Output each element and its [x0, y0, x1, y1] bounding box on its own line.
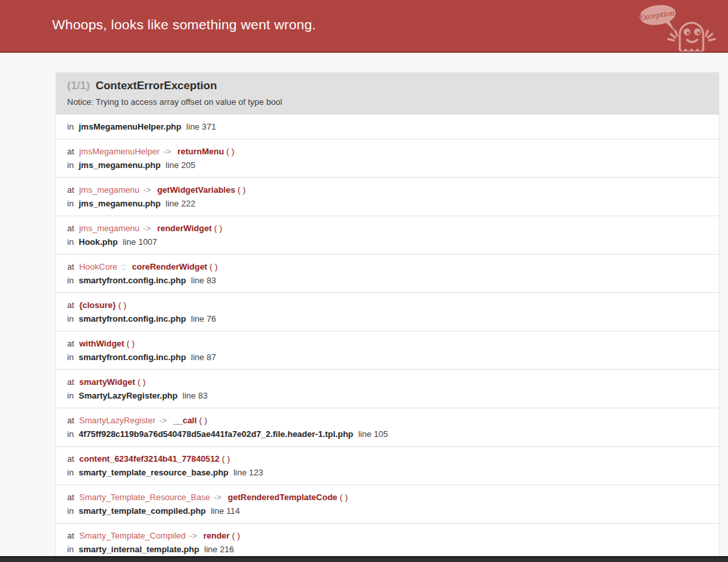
exception-ghost-mascot-icon: Exception! — [637, 2, 716, 54]
trace-location-line: in jms_megamenu.php line 222 — [67, 197, 708, 210]
trace-location-prefix: in — [67, 275, 74, 285]
trace-file: smartyfront.config.inc.php — [79, 352, 186, 362]
trace-location-line: in smarty_internal_template.php line 216 — [67, 542, 708, 556]
trace-call-line: at jmsMegamenuHelper -> returnMenu ( ) — [67, 145, 708, 158]
trace-location-line: in smarty_template_resource_base.php lin… — [67, 466, 708, 479]
exception-counter: (1/1) — [67, 79, 90, 92]
trace-call-line: at jms_megamenu -> renderWidget ( ) — [67, 221, 708, 235]
trace-location-line: in smarty_template_compiled.php line 114 — [67, 504, 708, 518]
trace-separator: -> — [143, 185, 151, 195]
trace-row: at withWidget ( ) in smartyfront.config.… — [56, 331, 719, 370]
trace-args: ( ) — [340, 492, 347, 502]
trace-class: HookCore — [79, 262, 117, 272]
trace-row: at {closure} ( ) in smartyfront.config.i… — [56, 293, 719, 331]
exception-message: Notice: Trying to access array offset on… — [67, 97, 708, 107]
trace-file: SmartyLazyRegister.php — [79, 391, 178, 400]
trace-row: at HookCore :: coreRenderWidget ( ) in s… — [56, 255, 719, 293]
trace-separator: :: — [121, 262, 126, 272]
trace-method: returnMenu — [177, 147, 224, 156]
trace-method: content_6234fef3214b41_77840512 — [79, 454, 219, 464]
trace-location-prefix: in — [67, 352, 74, 362]
trace-location-prefix: in — [67, 544, 74, 554]
trace-location-line: in 4f75ff928c119b9a76d540478d5ae441fa7e0… — [67, 427, 708, 441]
trace-line-number: line 216 — [204, 544, 234, 554]
trace-call-prefix: at — [67, 454, 74, 464]
trace-location-prefix: in — [67, 160, 74, 170]
trace-args: ( ) — [199, 415, 207, 425]
trace-file: smarty_template_resource_base.php — [79, 468, 229, 477]
error-banner: Whoops, looks like something went wrong.… — [0, 0, 728, 53]
trace-row: at jms_megamenu -> renderWidget ( ) in H… — [56, 216, 719, 255]
trace-row: at content_6234fef3214b41_77840512 ( ) i… — [56, 447, 719, 485]
trace-args: ( ) — [238, 185, 246, 195]
ghost-eyes — [684, 29, 701, 35]
trace-line-number: line 76 — [191, 314, 216, 324]
trace-args: ( ) — [214, 223, 222, 233]
trace-row: in jmsMegamenuHelper.php line 371 — [56, 115, 719, 139]
trace-file: smarty_internal_template.php — [79, 544, 199, 554]
speech-bubble-tail — [665, 21, 675, 32]
trace-class: jmsMegamenuHelper — [79, 147, 160, 156]
trace-line-number: line 87 — [191, 352, 216, 362]
trace-row: at jmsMegamenuHelper -> returnMenu ( ) i… — [56, 139, 719, 178]
trace-row: at jms_megamenu -> getWidgetVariables ( … — [56, 178, 719, 216]
trace-args: ( ) — [226, 147, 234, 156]
trace-location-line: in smartyfront.config.inc.php line 87 — [67, 350, 708, 364]
trace-call-line: at Smarty_Template_Compiled -> render ( … — [67, 529, 708, 542]
trace-location-prefix: in — [67, 429, 74, 439]
trace-line-number: line 205 — [166, 160, 196, 170]
trace-call-prefix: at — [67, 300, 74, 310]
trace-location-prefix: in — [67, 199, 74, 208]
trace-method: renderWidget — [157, 223, 212, 233]
trace-method: getRenderedTemplateCode — [228, 492, 338, 502]
trace-location-line: in Hook.php line 1007 — [67, 235, 708, 249]
trace-class: SmartyLazyRegister — [79, 415, 155, 425]
trace-call-prefix: at — [67, 223, 74, 233]
trace-location-prefix: in — [67, 314, 74, 324]
trace-call-prefix: at — [67, 415, 74, 425]
trace-separator: -> — [143, 223, 151, 233]
trace-row: at SmartyLazyRegister -> __call ( ) in 4… — [56, 408, 719, 447]
trace-call-prefix: at — [67, 339, 74, 348]
trace-file: Hook.php — [79, 237, 118, 247]
trace-line-number: line 371 — [186, 122, 216, 132]
trace-line-number: line 83 — [191, 275, 216, 285]
trace-call-line: at content_6234fef3214b41_77840512 ( ) — [67, 452, 708, 466]
exception-panel: (1/1) ContextErrorException Notice: Tryi… — [55, 72, 720, 562]
exception-title: (1/1) ContextErrorException — [67, 79, 708, 92]
trace-separator: -> — [164, 147, 171, 156]
trace-method: smartyWidget — [79, 377, 135, 387]
trace-file: smarty_template_compiled.php — [79, 506, 206, 516]
trace-method: coreRenderWidget — [132, 262, 207, 272]
trace-class: Smarty_Template_Compiled — [79, 531, 185, 541]
trace-call-line: at HookCore :: coreRenderWidget ( ) — [67, 260, 708, 274]
trace-separator: -> — [189, 531, 197, 541]
trace-separator: -> — [159, 415, 167, 425]
trace-class: Smarty_Template_Resource_Base — [79, 492, 210, 502]
trace-location-prefix: in — [67, 122, 74, 132]
bottom-edge-bar — [0, 556, 728, 562]
trace-location-line: in jms_megamenu.php line 205 — [67, 158, 708, 172]
trace-args: ( ) — [222, 454, 229, 464]
exception-header: (1/1) ContextErrorException Notice: Tryi… — [56, 72, 719, 115]
trace-location-line: in SmartyLazyRegister.php line 83 — [67, 389, 708, 402]
trace-call-line: at {closure} ( ) — [67, 298, 708, 312]
trace-call-line: at withWidget ( ) — [67, 337, 708, 350]
trace-location-line: in jmsMegamenuHelper.php line 371 — [67, 120, 708, 133]
trace-line-number: line 83 — [182, 391, 207, 400]
trace-list: in jmsMegamenuHelper.php line 371 at jms… — [56, 115, 719, 562]
trace-file: smartyfront.config.inc.php — [79, 275, 186, 285]
trace-location-prefix: in — [67, 468, 74, 477]
trace-row: at smartyWidget ( ) in SmartyLazyRegiste… — [56, 370, 719, 408]
trace-call-line: at Smarty_Template_Resource_Base -> getR… — [67, 490, 708, 504]
trace-line-number: line 114 — [211, 506, 240, 516]
ghost-smile — [687, 40, 697, 42]
trace-call-line: at SmartyLazyRegister -> __call ( ) — [67, 414, 708, 427]
trace-call-prefix: at — [67, 185, 74, 195]
trace-line-number: line 105 — [358, 429, 388, 439]
ghost-right-hand — [706, 31, 715, 40]
trace-method: withWidget — [79, 339, 124, 348]
trace-file: jms_megamenu.php — [79, 160, 161, 170]
banner-title: Whoops, looks like something went wrong. — [52, 17, 316, 33]
trace-args: ( ) — [232, 531, 240, 541]
